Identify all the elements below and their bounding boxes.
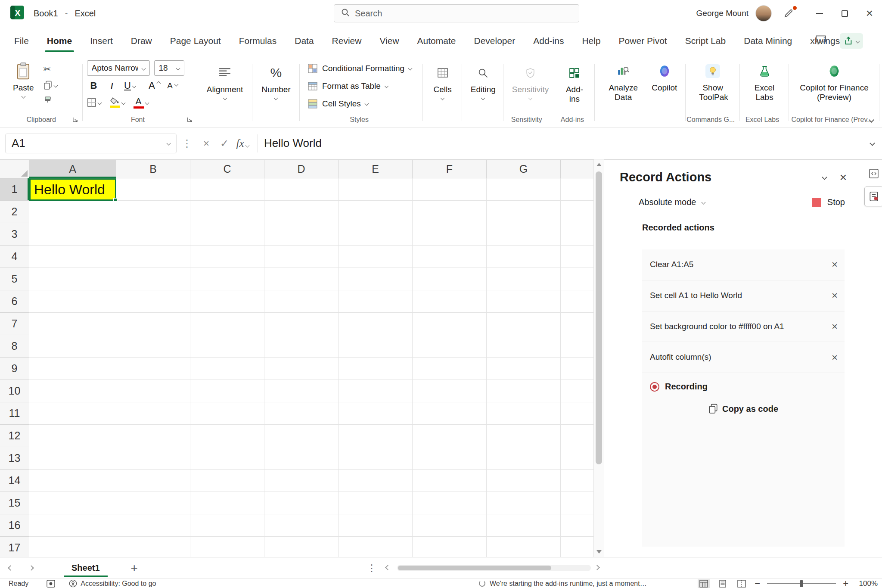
number-button[interactable]: % Number <box>257 61 295 101</box>
bold-button[interactable]: B <box>87 79 101 93</box>
ribbon-tab-script-lab[interactable]: Script Lab <box>676 27 735 55</box>
borders-button[interactable] <box>87 96 101 109</box>
maximize-button[interactable] <box>832 0 857 27</box>
row-header-16[interactable]: 16 <box>0 514 29 537</box>
alignment-button[interactable]: Alignment <box>202 61 248 101</box>
ribbon-tab-power-pivot[interactable]: Power Pivot <box>610 27 676 55</box>
row-header-9[interactable]: 9 <box>0 358 29 380</box>
accessibility-status[interactable]: Accessibility: Good to go <box>69 579 156 588</box>
ribbon-tab-file[interactable]: File <box>5 27 38 55</box>
sheet-options-icon[interactable]: ⋮ <box>367 563 376 574</box>
minimize-button[interactable] <box>807 0 832 27</box>
cells-button[interactable]: Cells <box>429 61 456 101</box>
row-header-14[interactable]: 14 <box>0 470 29 492</box>
increase-font-button[interactable]: A <box>147 79 161 93</box>
column-header-a[interactable]: A <box>29 160 116 178</box>
excel-labs-button[interactable]: Excel Labs <box>746 59 783 104</box>
close-button[interactable]: × <box>857 0 882 27</box>
ribbon-tab-developer[interactable]: Developer <box>465 27 524 55</box>
addins-button[interactable]: Add-ins <box>559 61 590 106</box>
column-header-g[interactable]: G <box>487 160 561 178</box>
avatar[interactable] <box>755 5 772 22</box>
cancel-button[interactable]: × <box>197 137 215 149</box>
insert-function-button[interactable]: fx <box>233 137 252 149</box>
row-header-6[interactable]: 6 <box>0 290 29 313</box>
active-cell-a1[interactable]: Hello World <box>29 178 116 201</box>
fill-color-button[interactable] <box>110 96 125 109</box>
worksheet-grid[interactable]: ABCDEFG 1234567891011121314151617 Hello … <box>0 159 593 557</box>
grid-cells[interactable]: Hello World <box>29 178 593 557</box>
font-color-button[interactable]: A <box>134 96 149 109</box>
row-header-2[interactable]: 2 <box>0 201 29 223</box>
vertical-scrollbar[interactable] <box>593 159 604 557</box>
next-sheet-button[interactable] <box>21 557 41 579</box>
ribbon-tab-page-layout[interactable]: Page Layout <box>161 27 230 55</box>
paste-button[interactable]: Paste <box>9 59 38 100</box>
row-header-4[interactable]: 4 <box>0 246 29 268</box>
copy-as-code-button[interactable]: Copy as code <box>642 396 845 422</box>
comments-button[interactable] <box>815 34 827 47</box>
search-box[interactable] <box>334 4 579 22</box>
decrease-font-button[interactable]: A <box>165 79 179 93</box>
row-header-10[interactable]: 10 <box>0 380 29 402</box>
column-header-c[interactable]: C <box>190 160 264 178</box>
search-input[interactable] <box>355 9 572 19</box>
ribbon-tab-formulas[interactable]: Formulas <box>230 27 286 55</box>
row-header-15[interactable]: 15 <box>0 492 29 514</box>
sheet-tab-sheet1[interactable]: Sheet1 <box>59 557 112 579</box>
ribbon-tab-help[interactable]: Help <box>573 27 609 55</box>
user-name[interactable]: George Mount <box>696 9 748 18</box>
macro-record-button[interactable] <box>47 580 55 588</box>
editing-mode-button[interactable] <box>782 7 795 20</box>
name-box[interactable]: A1 <box>5 134 177 153</box>
horizontal-scroll-thumb[interactable] <box>398 566 551 570</box>
row-header-12[interactable]: 12 <box>0 425 29 447</box>
italic-button[interactable]: I <box>105 79 119 93</box>
analyze-data-button[interactable]: Analyze Data <box>599 59 647 104</box>
column-header-b[interactable]: B <box>116 160 190 178</box>
font-size-combo[interactable]: 18 <box>154 60 184 76</box>
ribbon-tab-add-ins[interactable]: Add-ins <box>524 27 573 55</box>
script-pane-button[interactable] <box>867 167 881 180</box>
zoom-slider[interactable] <box>767 583 836 584</box>
font-name-combo[interactable]: Aptos Narrow <box>87 60 150 76</box>
row-header-17[interactable]: 17 <box>0 537 29 557</box>
zoom-out-button[interactable]: − <box>755 579 760 588</box>
row-header-11[interactable]: 11 <box>0 402 29 425</box>
zoom-level[interactable]: 100% <box>855 579 878 588</box>
ribbon-tab-data[interactable]: Data <box>286 27 323 55</box>
remove-action-button[interactable]: × <box>832 352 838 363</box>
close-pane-button[interactable]: × <box>834 171 853 184</box>
formula-content[interactable]: Hello World <box>264 137 322 150</box>
format-painter-button[interactable] <box>42 95 59 108</box>
previous-sheet-button[interactable] <box>0 557 21 579</box>
font-dialog-launcher[interactable] <box>186 116 193 124</box>
enter-button[interactable]: ✓ <box>215 137 233 149</box>
column-header-f[interactable]: F <box>413 160 487 178</box>
remove-action-button[interactable]: × <box>832 290 838 301</box>
normal-view-button[interactable] <box>698 579 710 588</box>
page-break-view-button[interactable] <box>736 579 748 588</box>
remove-action-button[interactable]: × <box>832 259 838 270</box>
ribbon-tab-data-mining[interactable]: Data Mining <box>735 27 801 55</box>
format-as-table-button[interactable]: Format as Table <box>304 78 415 94</box>
cut-button[interactable]: ✂ <box>42 63 59 76</box>
row-header-3[interactable]: 3 <box>0 223 29 246</box>
clipboard-dialog-launcher[interactable] <box>72 116 78 124</box>
share-button[interactable] <box>840 33 863 49</box>
ribbon-tab-insert[interactable]: Insert <box>81 27 122 55</box>
copilot-button[interactable]: Copilot <box>647 59 681 94</box>
ribbon-tab-automate[interactable]: Automate <box>408 27 465 55</box>
scroll-down-button[interactable] <box>594 547 604 557</box>
add-sheet-button[interactable]: + <box>131 562 138 574</box>
zoom-in-button[interactable]: + <box>843 579 848 588</box>
underline-button[interactable]: U <box>123 79 137 93</box>
vertical-scroll-thumb[interactable] <box>596 171 602 464</box>
ribbon-tab-review[interactable]: Review <box>323 27 371 55</box>
record-actions-pane-button[interactable] <box>864 187 882 206</box>
scroll-right-button[interactable] <box>594 565 600 570</box>
row-header-1[interactable]: 1 <box>0 178 29 201</box>
row-header-8[interactable]: 8 <box>0 335 29 358</box>
row-header-7[interactable]: 7 <box>0 313 29 335</box>
editing-button[interactable]: Editing <box>466 61 500 101</box>
